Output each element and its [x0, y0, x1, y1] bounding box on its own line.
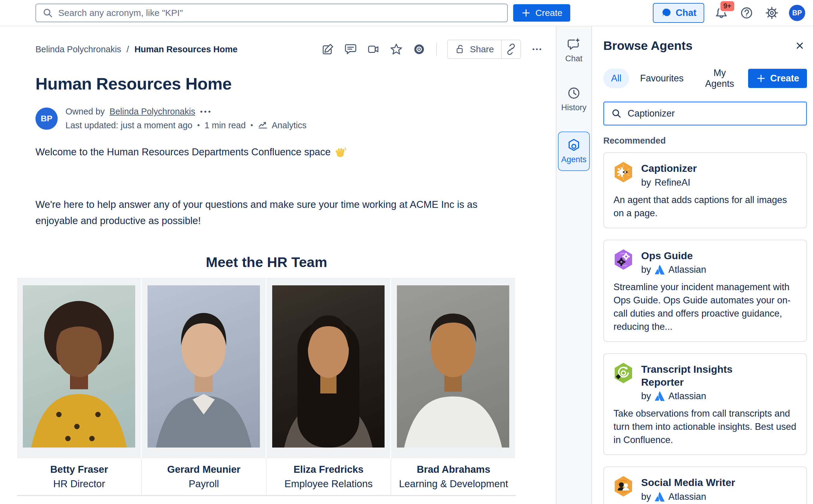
- watch-button[interactable]: [412, 42, 426, 56]
- agent-description: An agent that adds captions for all imag…: [614, 193, 797, 220]
- welcome-paragraph: Welcome to the Human Resources Departmen…: [35, 146, 544, 158]
- chat-sparkle-icon: [567, 37, 581, 51]
- share-button[interactable]: Share: [448, 40, 501, 58]
- share-button-label: Share: [470, 44, 494, 54]
- watch-eye-icon: [413, 43, 426, 56]
- agents-search-input[interactable]: [628, 108, 799, 119]
- captionizer-agent-icon: [614, 161, 633, 183]
- meta-row: Last updated: just a moment ago • 1 min …: [65, 120, 306, 130]
- pencil-icon: [321, 43, 334, 56]
- recommended-label: Recommended: [603, 136, 807, 146]
- agent-title: Captionizer: [641, 162, 697, 175]
- chat-button[interactable]: Chat: [653, 3, 704, 23]
- search-icon: [42, 7, 53, 19]
- notifications-badge: 9+: [719, 0, 735, 12]
- person-role: Employee Relations: [285, 478, 373, 490]
- comments-button[interactable]: [344, 42, 358, 56]
- photo-brad-abrahams: [397, 285, 509, 448]
- person-role: Payroll: [189, 478, 219, 490]
- breadcrumb: Belinda Polychronakis / Human Resources …: [35, 44, 238, 54]
- user-avatar[interactable]: BP: [789, 5, 805, 21]
- right-rail: Chat History Agents: [556, 26, 592, 504]
- plus-icon: [756, 73, 766, 83]
- create-button[interactable]: Create: [513, 4, 570, 22]
- page-actions: Share: [321, 40, 544, 59]
- ellipsis-icon: [531, 43, 543, 56]
- breadcrumb-space-link[interactable]: Belinda Polychronakis: [35, 44, 121, 54]
- create-agent-button[interactable]: Create: [748, 69, 807, 88]
- panel-title: Browse Agents: [603, 39, 693, 53]
- agent-title: Ops Guide: [641, 249, 706, 262]
- owner-avatar[interactable]: BP: [35, 108, 58, 130]
- person-name: Betty Fraser: [50, 464, 108, 475]
- agents-tabs: All Favourites My Agents Create: [603, 63, 807, 94]
- share-button-group: Share: [447, 40, 521, 59]
- comment-icon: [344, 43, 357, 56]
- rail-item-agents[interactable]: Agents: [558, 132, 590, 171]
- global-search[interactable]: [35, 4, 508, 22]
- card-head: Transcript Insights Reporter by Atlassia…: [614, 362, 797, 402]
- plus-icon: [521, 8, 531, 18]
- team-heading: Meet the HR Team: [17, 254, 516, 270]
- card-head: Captionizer by RefineAI: [614, 161, 797, 188]
- close-panel-button[interactable]: [793, 38, 807, 53]
- atlassian-logo-icon: [655, 265, 665, 275]
- analytics-chart-icon: [258, 120, 268, 130]
- photo-betty-fraser: [23, 285, 135, 448]
- person-name: Gerard Meunier: [167, 464, 241, 475]
- agent-publisher-row: by Atlassian: [641, 391, 755, 402]
- create-agent-label: Create: [770, 73, 799, 84]
- transcript-insights-agent-icon: [614, 362, 633, 384]
- more-actions-button[interactable]: [530, 42, 544, 56]
- owner-more-button[interactable]: •••: [200, 108, 212, 116]
- social-media-writer-agent-icon: [614, 475, 633, 497]
- team-photo-cell: [266, 278, 391, 458]
- agent-publisher-row: by RefineAI: [641, 177, 697, 188]
- rail-item-history[interactable]: History: [558, 83, 590, 116]
- agent-card-ops-guide[interactable]: Ops Guide by Atlassian Streamline your i…: [603, 240, 807, 342]
- dot-separator: •: [197, 121, 199, 129]
- analytics-label: Analytics: [272, 120, 306, 130]
- edit-page-button[interactable]: [321, 42, 335, 56]
- agent-publisher-row: by Atlassian: [641, 264, 706, 275]
- rovo-chat-icon: [661, 8, 671, 18]
- card-titles: Ops Guide by Atlassian: [641, 249, 706, 275]
- wave-emoji-icon: [334, 146, 346, 158]
- atlassian-logo-icon: [655, 492, 665, 502]
- tab-my-agents[interactable]: My Agents: [694, 63, 745, 94]
- team-photo-cell: [17, 278, 142, 458]
- team-member-cell: Eliza Fredricks Employee Relations: [266, 458, 391, 495]
- rail-item-chat[interactable]: Chat: [558, 34, 590, 67]
- rail-item-label: Chat: [565, 54, 582, 63]
- agent-card-social-media-writer[interactable]: Social Media Writer by Atlassian Write c…: [603, 466, 807, 504]
- card-head: Ops Guide by Atlassian: [614, 249, 797, 275]
- question-icon: [740, 6, 754, 20]
- by-prefix: by: [641, 491, 651, 502]
- publisher-name: Atlassian: [668, 391, 706, 402]
- search-input[interactable]: [58, 8, 501, 18]
- agents-hexagon-icon: [567, 138, 581, 152]
- settings-button[interactable]: [764, 5, 780, 21]
- favourite-button[interactable]: [389, 42, 403, 56]
- analytics-link[interactable]: Analytics: [258, 120, 306, 130]
- owned-by-row: Owned by Belinda Polychronakis •••: [65, 107, 306, 117]
- copy-link-button[interactable]: [501, 40, 520, 58]
- agent-card-transcript-insights[interactable]: Transcript Insights Reporter by Atlassia…: [603, 353, 807, 455]
- toolbar-divider: [436, 43, 437, 56]
- agent-card-captionizer[interactable]: Captionizer by RefineAI An agent that ad…: [603, 152, 807, 228]
- intro-paragraph: We're here to help answer any of your qu…: [35, 196, 486, 229]
- tab-favourites[interactable]: Favourites: [632, 68, 691, 88]
- card-head: Social Media Writer by Atlassian: [614, 475, 797, 502]
- dot-separator: •: [251, 121, 253, 129]
- rail-item-label: Agents: [561, 155, 586, 164]
- card-titles: Transcript Insights Reporter by Atlassia…: [641, 362, 755, 402]
- search-icon: [611, 108, 622, 119]
- notifications-button[interactable]: 9+: [713, 5, 729, 21]
- agents-search[interactable]: [603, 102, 807, 126]
- video-button[interactable]: [367, 42, 380, 56]
- owner-link[interactable]: Belinda Polychronakis: [110, 107, 195, 117]
- browse-agents-panel: Browse Agents All Favourites My Agents C…: [592, 26, 813, 504]
- help-button[interactable]: [738, 5, 755, 21]
- person-name: Brad Abrahams: [417, 464, 490, 475]
- tab-all[interactable]: All: [603, 68, 629, 88]
